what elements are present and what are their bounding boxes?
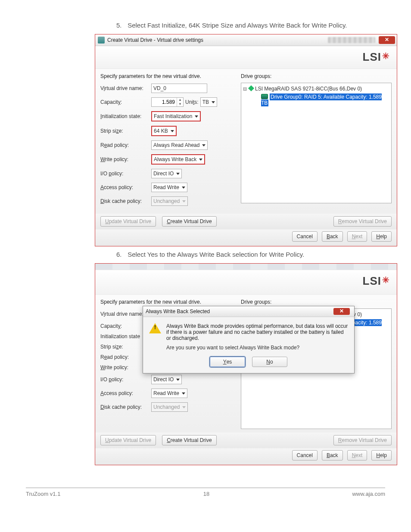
remove-vd-button: Remove Virtual Drive <box>333 216 392 227</box>
label-units: Units: <box>185 99 199 105</box>
input-vd-name[interactable]: VD_0 <box>151 84 207 93</box>
select-access-policy[interactable]: Read Write <box>151 183 187 192</box>
row-access-policy: Access policy: Read Write <box>100 183 234 192</box>
row-disk-cache: Disk cache policy: Unchanged <box>100 196 234 206</box>
window-titlebar: Create Virtual Drive - Virtual drive set… <box>95 34 397 46</box>
remove-vd-button-2: Remove Virtual Drive <box>333 435 392 445</box>
select-io-policy[interactable]: Direct IO <box>151 169 182 178</box>
create-vd-button-2[interactable]: Create Virtual Drive <box>162 435 217 445</box>
titlebar-blur <box>328 37 375 43</box>
help-button-2[interactable]: Help <box>371 450 392 460</box>
row-disk-cache-2: Disk cache policy: Unchanged <box>100 402 234 412</box>
row-io-policy: I/O policy: Direct IO <box>100 169 234 178</box>
select-disk-cache: Unchanged <box>151 196 188 206</box>
back-button[interactable]: Back <box>322 231 343 242</box>
cancel-button[interactable]: Cancel <box>292 231 318 242</box>
row-strip-size: Strip size: 64 KB <box>100 126 234 136</box>
app-icon <box>98 37 105 44</box>
select-units[interactable]: TB <box>200 97 217 107</box>
label-write-policy: Write policy: <box>100 156 151 162</box>
help-button[interactable]: Help <box>371 231 392 242</box>
select-access-policy-2[interactable]: Read Write <box>151 389 187 398</box>
label-access-policy: Access policy: <box>100 184 151 190</box>
brand-row: LSI <box>95 46 397 69</box>
select-disk-cache-2: Unchanged <box>151 402 188 412</box>
page-footer: TruZoom v1.1 18 www.aja.com <box>26 488 385 506</box>
wizard-buttons-row: Cancel Back Next Help <box>95 229 397 246</box>
dialog-titlebar: Always Write Back Selected ✕ <box>143 306 354 317</box>
dialog-close-button[interactable]: ✕ <box>333 308 350 315</box>
dialog-title: Always Write Back Selected <box>146 308 333 314</box>
wizard-buttons-row-2: Cancel Back Next Help <box>95 448 397 465</box>
step-5-text: Select Fast Initialize, 64K Stripe Size … <box>128 22 347 29</box>
window-title: Create Virtual Drive - Virtual drive set… <box>107 37 328 43</box>
capacity-value[interactable] <box>152 99 177 105</box>
dialog-no-button[interactable]: No <box>252 357 287 367</box>
next-button-2: Next <box>347 450 367 460</box>
row-access-policy-2: Access policy: Read Write <box>100 389 234 398</box>
step-5-number: 5. <box>116 22 126 29</box>
cropped-top <box>95 264 397 270</box>
screenshot-1: Create Virtual Drive - Virtual drive set… <box>95 34 397 246</box>
action-buttons-row: Update Virtual Drive Create Virtual Driv… <box>95 214 397 229</box>
tree-drivegroup-node[interactable]: Drive Group0: RAID 5: Available Capacity… <box>253 93 389 106</box>
select-init-state[interactable]: Fast Initialization <box>151 111 201 121</box>
row-write-policy: Write policy: Always Write Back <box>100 154 234 165</box>
select-write-policy[interactable]: Always Write Back <box>151 154 205 165</box>
row-vd-name: Virtual drive name: VD_0 <box>100 84 234 93</box>
back-button-2[interactable]: Back <box>322 450 343 460</box>
left-prompt: Specify parameters for the new virtual d… <box>100 73 234 79</box>
step-6: 6. Select Yes to the Always Write Back s… <box>116 251 385 258</box>
step-6-text: Select Yes to the Always Write Back sele… <box>128 251 304 258</box>
create-vd-button[interactable]: Create Virtual Drive <box>162 216 217 227</box>
update-vd-button-2: Update Virtual Drive <box>100 435 156 445</box>
select-strip-size[interactable]: 64 KB <box>151 126 177 136</box>
right-prompt-2: Drive groups: <box>241 299 392 305</box>
cancel-button-2[interactable]: Cancel <box>292 450 318 460</box>
label-io-policy: I/O policy: <box>100 171 151 177</box>
label-disk-cache-2: Disk cache policy: <box>100 404 151 410</box>
lsi-logo-2: LSI <box>363 274 389 288</box>
label-read-policy: Read policy: <box>100 142 151 148</box>
screenshot-2: LSI Specify parameters for the new virtu… <box>95 263 397 465</box>
warning-icon <box>149 323 161 333</box>
row-init-state: Initialization state: Fast Initializatio… <box>100 111 234 121</box>
row-read-policy: Read policy: Always Read Ahead <box>100 140 234 150</box>
close-button[interactable]: ✕ <box>379 36 395 44</box>
step-6-number: 6. <box>116 251 126 258</box>
select-io-policy-2[interactable]: Direct IO <box>151 375 182 384</box>
label-strip-size: Strip size: <box>100 128 151 134</box>
left-prompt-2: Specify parameters for the new virtual d… <box>100 299 234 305</box>
dialog-question: Are you sure you want to select Always W… <box>143 345 354 355</box>
action-buttons-row-2: Update Virtual Drive Create Virtual Driv… <box>95 432 397 448</box>
label-io-policy-2: I/O policy: <box>100 376 151 383</box>
dialog-message: Always Write Back mode provides optimal … <box>166 323 348 341</box>
step-5: 5. Select Fast Initialize, 64K Stripe Si… <box>116 22 385 29</box>
footer-right: www.aja.com <box>352 491 385 497</box>
update-vd-button: Update Virtual Drive <box>100 216 156 227</box>
label-init-state: Initialization state: <box>100 113 151 119</box>
next-button: Next <box>347 231 367 242</box>
label-capacity: Capacity: <box>100 99 151 105</box>
row-capacity: Capacity: ▲▼ Units: TB <box>100 97 234 107</box>
confirm-dialog: Always Write Back Selected ✕ Always Writ… <box>143 306 355 373</box>
dialog-yes-button[interactable]: Yes <box>210 357 245 367</box>
footer-page-number: 18 <box>203 491 209 497</box>
tree-controller-node[interactable]: LSI MegaRAID SAS 9271-8iCC(Bus 66,Dev 0) <box>243 85 389 93</box>
controller-icon <box>248 85 254 91</box>
label-vd-name: Virtual drive name: <box>100 85 151 91</box>
input-capacity[interactable]: ▲▼ <box>151 97 184 107</box>
drivegroup-icon <box>261 94 268 99</box>
select-read-policy[interactable]: Always Read Ahead <box>151 140 208 150</box>
row-io-policy-2: I/O policy: Direct IO <box>100 375 234 384</box>
lsi-logo: LSI <box>363 50 389 64</box>
brand-row-2: LSI <box>95 270 397 295</box>
dialog-buttons: Yes No <box>143 355 354 373</box>
footer-left: TruZoom v1.1 <box>26 491 60 497</box>
drive-groups-tree[interactable]: LSI MegaRAID SAS 9271-8iCC(Bus 66,Dev 0)… <box>241 83 392 203</box>
label-access-policy-2: Access policy: <box>100 390 151 396</box>
label-disk-cache: Disk cache policy: <box>100 198 151 204</box>
right-prompt: Drive groups: <box>241 73 392 79</box>
